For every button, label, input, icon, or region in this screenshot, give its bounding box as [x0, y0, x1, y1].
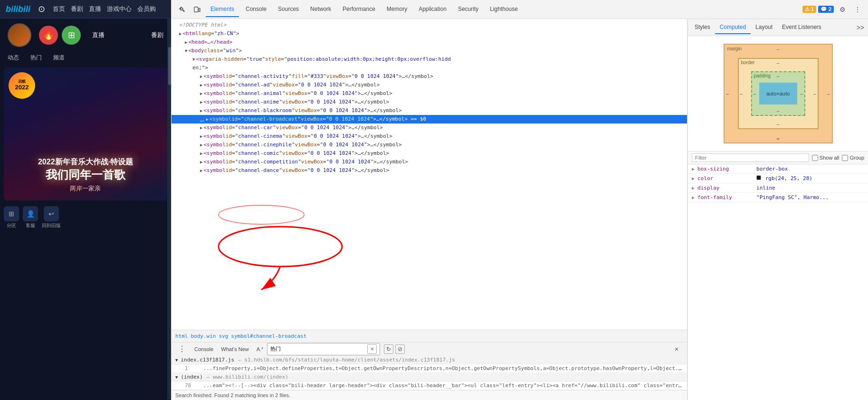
- html-line-body[interactable]: ▼ <body class =" win ">: [172, 47, 687, 55]
- html-line-symbol-car[interactable]: ▶ <symbol id =" channel-car " viewBox ="…: [172, 124, 687, 132]
- html-line-symbol-dance[interactable]: ▶ <symbol id =" channel-dance " viewBox …: [172, 166, 687, 175]
- device-toolbar-btn[interactable]: [191, 3, 204, 16]
- inspect-element-btn[interactable]: [175, 3, 189, 16]
- computed-prop-box-sizing[interactable]: ▶ box-sizing border-box: [688, 164, 868, 174]
- computed-prop-color[interactable]: ▶ color rgb(24, 25, 28): [688, 174, 868, 183]
- expand-symbol-cinephile[interactable]: ▶: [200, 141, 202, 149]
- search-results[interactable]: ▼ index.c13f1817.js — s1.hdslb.com/bfs/s…: [172, 356, 687, 390]
- search-result-line-1[interactable]: 1 ...fineProperty,i=Object.definePropert…: [172, 364, 687, 373]
- html-line-symbol-cinema[interactable]: ▶ <symbol id =" channel-cinema " viewBox…: [172, 132, 687, 141]
- user-section: 🔥 ⊞ 直播 番剧: [0, 19, 171, 52]
- tab-security[interactable]: Security: [453, 2, 483, 17]
- expand-body[interactable]: ▼: [185, 47, 187, 55]
- breadcrumb-body[interactable]: body.win: [191, 333, 216, 339]
- expand-symbol-broadcast[interactable]: ▶: [206, 115, 208, 124]
- bottom-icon-old[interactable]: ↩ 回到旧版: [42, 206, 61, 229]
- tab-console[interactable]: Console: [241, 2, 271, 17]
- breadcrumb-html[interactable]: html: [175, 333, 188, 339]
- breadcrumb-svg[interactable]: svg: [219, 333, 228, 339]
- search-clear-btn[interactable]: ×: [367, 344, 377, 354]
- tab-styles[interactable]: Styles: [690, 21, 715, 34]
- bottom-icon-zone[interactable]: ⊞ 分区: [4, 206, 19, 229]
- expand-head[interactable]: ▶: [185, 38, 187, 47]
- more-btn[interactable]: ⋮: [851, 3, 864, 16]
- settings-btn[interactable]: ⚙: [836, 3, 849, 16]
- html-line-symbol-comic[interactable]: ▶ <symbol id =" channel-comic " viewBox …: [172, 149, 687, 158]
- html-line-symbol-broadcast[interactable]: … ▶ <symbol id =" channel-broadcast " vi…: [172, 115, 687, 124]
- nav-live[interactable]: 直播: [89, 5, 101, 13]
- expand-symbol-cinema[interactable]: ▶: [200, 132, 202, 141]
- line-num-1: 1: [185, 365, 196, 371]
- bottom-icon-service[interactable]: 👤 客服: [23, 206, 38, 229]
- computed-props-list[interactable]: ▶ box-sizing border-box ▶ color rgb(24, …: [688, 164, 868, 400]
- scroll-thumb-left[interactable]: [168, 47, 171, 85]
- html-code-area[interactable]: <!DOCTYPE html> ▶ <html lang =" zh-CN ">…: [172, 19, 687, 330]
- tab-application[interactable]: Application: [414, 2, 451, 17]
- computed-filter-input[interactable]: [692, 153, 809, 162]
- expand-symbol-blackroom[interactable]: ▶: [200, 106, 202, 115]
- expand-symbol-competition[interactable]: ▶: [200, 158, 202, 166]
- prop-expand-display[interactable]: ▶: [692, 185, 695, 190]
- expand-symbol-anime[interactable]: ▶: [200, 98, 202, 106]
- tab-network[interactable]: Network: [305, 2, 336, 17]
- search-input[interactable]: [270, 346, 365, 352]
- html-line-symbol-activity[interactable]: ▶ <symbol id =" channel-activity " fill …: [172, 72, 687, 81]
- tab-event-listeners[interactable]: Event Listeners: [777, 21, 826, 34]
- expand-file-1[interactable]: ▼: [175, 358, 178, 362]
- html-line-symbol-ad[interactable]: ▶ <symbol id =" channel-ad " viewBox =" …: [172, 81, 687, 89]
- search-cancel-btn[interactable]: ⊘: [395, 344, 405, 354]
- hot-icon[interactable]: 🔥: [39, 26, 58, 45]
- prop-expand-box-sizing[interactable]: ▶: [692, 166, 695, 171]
- search-result-file-2[interactable]: ▼ (index) — www.bilibili.com/(index): [172, 373, 687, 381]
- breadcrumb-symbol[interactable]: symbol#channel-broadcast: [231, 333, 306, 339]
- html-line-svg[interactable]: ▼ <svg aria-hidden =" true " style =" po…: [172, 55, 687, 64]
- search-result-line-2[interactable]: 78 ...eam"><!--[--><div class="bili-head…: [172, 381, 687, 390]
- prop-expand-font-family[interactable]: ▶: [692, 195, 695, 200]
- prop-expand-color[interactable]: ▶: [692, 176, 695, 181]
- group-checkbox-label[interactable]: Group: [842, 155, 864, 161]
- tab-memory[interactable]: Memory: [382, 2, 412, 17]
- html-line-symbol-anime[interactable]: ▶ <symbol id =" channel-anime " viewBox …: [172, 98, 687, 106]
- html-line-head[interactable]: ▶ <head>…</head>: [172, 38, 687, 47]
- tab-layout[interactable]: Layout: [751, 21, 777, 34]
- whats-new-tab[interactable]: What's New: [219, 345, 250, 353]
- expand-svg[interactable]: ▼: [192, 55, 195, 64]
- show-all-checkbox[interactable]: [812, 155, 818, 161]
- tab-computed[interactable]: Computed: [715, 21, 751, 34]
- expand-symbol-activity[interactable]: ▶: [200, 72, 202, 81]
- html-line-symbol-animal[interactable]: ▶ <symbol id =" channel-animal " viewBox…: [172, 89, 687, 98]
- expand-symbol-dance[interactable]: ▶: [200, 166, 202, 175]
- search-refresh-btn[interactable]: ↻: [384, 344, 393, 354]
- expand-file-2[interactable]: ▼: [175, 375, 178, 380]
- expand-panel-btn[interactable]: >>: [855, 22, 866, 33]
- console-close-btn[interactable]: ×: [670, 343, 683, 356]
- group-checkbox[interactable]: [842, 155, 848, 161]
- expand-symbol-comic[interactable]: ▶: [200, 149, 202, 158]
- html-line-symbol-cinephile[interactable]: ▶ <symbol id =" channel-cinephile " view…: [172, 141, 687, 149]
- expand-symbol-car[interactable]: ▶: [200, 124, 202, 132]
- html-line-html[interactable]: ▶ <html lang =" zh-CN ">: [172, 29, 687, 38]
- console-menu-btn[interactable]: ⋮: [175, 343, 189, 356]
- right-panel-tabs: Styles Computed Layout Event Listeners >…: [688, 19, 868, 36]
- nav-bangumi[interactable]: 番剧: [71, 5, 83, 13]
- nav-home[interactable]: 首页: [53, 5, 65, 13]
- html-line-symbol-blackroom[interactable]: ▶ <symbol id =" channel-blackroom " view…: [172, 106, 687, 115]
- channel-icon[interactable]: ⊞: [62, 26, 81, 45]
- tab-elements[interactable]: Elements: [206, 2, 239, 17]
- computed-prop-display[interactable]: ▶ display inline: [688, 183, 868, 193]
- expand-symbol-ad[interactable]: ▶: [200, 81, 202, 89]
- computed-prop-font-family[interactable]: ▶ font-family "PingFang SC", Harmo...: [688, 193, 868, 202]
- tab-lighthouse[interactable]: Lighthouse: [485, 2, 523, 17]
- search-result-file-1[interactable]: ▼ index.c13f1817.js — s1.hdslb.com/bfs/s…: [172, 356, 687, 364]
- show-all-checkbox-label[interactable]: Show all: [812, 155, 839, 161]
- nav-membership[interactable]: 会员购: [137, 5, 156, 13]
- html-line-symbol-competition[interactable]: ▶ <symbol id =" channel-competition " vi…: [172, 158, 687, 166]
- scroll-bar-left[interactable]: [167, 19, 171, 400]
- console-tab[interactable]: Console: [192, 345, 215, 353]
- tab-performance[interactable]: Performance: [338, 2, 380, 17]
- expand-html[interactable]: ▶: [179, 29, 181, 38]
- expand-symbol-animal[interactable]: ▶: [200, 89, 202, 98]
- nav-games[interactable]: 游戏中心: [107, 5, 132, 13]
- tab-sources[interactable]: Sources: [273, 2, 304, 17]
- color-swatch[interactable]: [756, 175, 761, 180]
